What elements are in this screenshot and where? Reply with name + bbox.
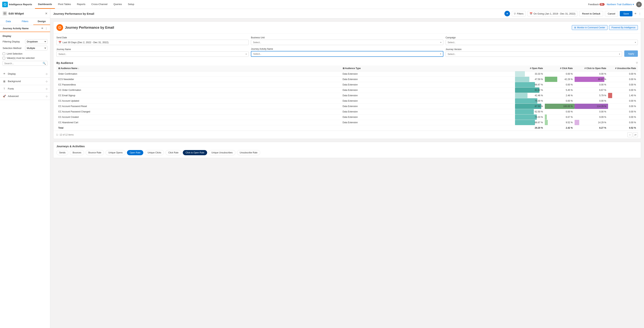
tab-data[interactable]: Data xyxy=(0,18,17,25)
values-must-be-selected-row: Value(s) must be selected xyxy=(2,56,48,60)
filter-icon[interactable]: ▽ xyxy=(636,62,638,64)
apply-button[interactable]: Apply xyxy=(624,50,638,57)
cancel-button[interactable]: Cancel xyxy=(605,11,618,16)
pill-tab-bounce-rate[interactable]: Bounce Rate xyxy=(86,150,104,155)
cell-name: ECS Newsletter xyxy=(56,77,341,82)
tab-design[interactable]: Design xyxy=(33,18,50,25)
powered-by-intelligence-button[interactable]: Powered By Intelligence xyxy=(609,25,638,30)
cell-name: CC Email Signup xyxy=(56,93,341,98)
pagination-buttons: ↔ ⇌ xyxy=(628,132,638,137)
user-avatar[interactable]: U xyxy=(636,2,642,7)
pill-tab-open-rate[interactable]: Open Rate xyxy=(127,150,143,155)
monitor-command-center-button[interactable]: ⊞ Monitor in Command Center xyxy=(572,25,608,30)
cell-click: 0.00 % xyxy=(545,71,574,77)
pill-tab-click-rate[interactable]: Click Rate xyxy=(166,150,181,155)
cell-ctor: 5.79 % xyxy=(574,93,608,98)
widget-title: Journey Performance by Email xyxy=(53,12,502,15)
nav-tab-cross-channel[interactable]: Cross-Channel xyxy=(88,0,110,9)
journey-activity-input[interactable]: Select.. ▾ xyxy=(251,51,443,57)
nav-tab-reports[interactable]: Reports xyxy=(74,0,88,9)
send-date-input[interactable]: 📅 Last 30 Days (Dec 2, 2022 - Dec 31, 20… xyxy=(56,40,249,45)
report-header: Journey Performance by Email ⊞ Monitor i… xyxy=(54,22,641,34)
cell-unsub: 0.00 % xyxy=(608,104,638,109)
advanced-accordion-header[interactable]: 🚀 Advanced ◇ xyxy=(0,92,50,100)
widget-toolbar: Journey Performance by Email + ▽ Filters… xyxy=(50,9,644,18)
cell-click: 0.00 % xyxy=(545,82,574,88)
date-range-button[interactable]: 📅 On Going (Jan 1, 2019 - Dec 31, 2022) xyxy=(528,11,578,16)
cell-open: 42.46 % xyxy=(515,93,545,98)
cell-unsub: 0.00 % xyxy=(608,114,638,120)
cell-type: Data Extension xyxy=(341,109,515,114)
limit-selection-checkbox[interactable] xyxy=(2,52,5,55)
cell-ctor: 14.29 % xyxy=(574,120,608,125)
logo-icon xyxy=(2,2,8,7)
cell-name: CC Abandoned Cart xyxy=(56,120,341,125)
eye-icon[interactable]: 👁 xyxy=(634,12,637,15)
total-label: Total xyxy=(56,125,515,131)
fonts-accordion-header[interactable]: T Fonts ◇ xyxy=(0,85,50,92)
cell-open: 66.67 % xyxy=(515,120,545,125)
chevron-down-icon: ▾ xyxy=(619,53,620,55)
selection-method-label: Selection Method xyxy=(2,47,21,50)
cell-unsub: 1.40 % xyxy=(608,93,638,98)
campaign-input[interactable]: Select.. ▾ xyxy=(446,40,638,45)
more-icon[interactable]: ⋮ xyxy=(45,27,48,30)
table-row: CC Account Updated Data Extension 75.00 … xyxy=(56,98,638,104)
revert-button[interactable]: Revert to Default xyxy=(579,11,603,16)
chevron-right-icon: ◇ xyxy=(46,80,48,83)
background-accordion-header[interactable]: ▦ Background ◇ xyxy=(0,78,50,85)
pill-tab-click-to-open-rate[interactable]: Click to Open Rate xyxy=(183,150,207,155)
close-icon[interactable]: ✕ xyxy=(45,12,48,15)
selection-method-select[interactable]: Multiple xyxy=(25,46,48,50)
search-input[interactable] xyxy=(4,62,42,65)
org-name[interactable]: Northern Trail Outfitters ▾ xyxy=(607,3,634,6)
cell-open: 87.50 % xyxy=(515,104,545,109)
business-unit-input[interactable]: Select.. ▾ xyxy=(251,40,443,45)
nav-tab-setup[interactable]: Setup xyxy=(125,0,137,9)
tab-filters[interactable]: Filters xyxy=(17,18,34,25)
journey-name-input[interactable]: Select.. ▾ xyxy=(56,52,249,57)
nav-right: Feedback 99+ Northern Trail Outfitters ▾… xyxy=(588,2,642,7)
next-page-button[interactable]: ⇌ xyxy=(633,132,638,137)
cell-click: 0.00 % xyxy=(545,109,574,114)
filtering-display-select[interactable]: Dropdown xyxy=(25,39,48,44)
widget-icon xyxy=(2,11,7,16)
journeys-section: Journeys & Activities SendsBouncesBounce… xyxy=(53,142,641,158)
chevron-right-icon: ◇ xyxy=(46,95,48,98)
add-button[interactable]: + xyxy=(504,11,510,16)
pill-tab-unique-unsubscribes[interactable]: Unique Unsubscribes xyxy=(209,150,236,155)
table-row: Order Confirmation Data Extension 33.33 … xyxy=(56,71,638,77)
pill-tab-bounces[interactable]: Bounces xyxy=(70,150,84,155)
pagination-info: 1 - 12 of 12 items xyxy=(56,134,74,136)
cell-type: Data Extension xyxy=(341,77,515,82)
sidebar-tabs: Data Filters Design xyxy=(0,18,50,25)
save-button[interactable]: Save xyxy=(620,11,632,16)
filters-button[interactable]: ▽ Filters xyxy=(512,11,526,16)
journey-version-input[interactable]: Select.. ▾ xyxy=(446,52,622,57)
report-title: Journey Performance by Email xyxy=(65,26,570,30)
nav-tab-queries[interactable]: Queries xyxy=(110,0,125,9)
cell-name: CC Account Updated xyxy=(56,98,341,104)
eye-icon[interactable]: 👁 xyxy=(41,27,44,30)
cell-unsub: 0.00 % xyxy=(608,109,638,114)
display-accordion-header[interactable]: 👁 Display ◇ xyxy=(0,70,50,78)
pill-tab-unique-clicks[interactable]: Unique Clicks xyxy=(145,150,164,155)
feedback-button[interactable]: Feedback 99+ xyxy=(588,3,604,6)
prev-page-button[interactable]: ↔ xyxy=(628,132,632,137)
more-options-icon[interactable]: ⋮ xyxy=(638,12,641,15)
col-audience-type: ⊞ Audience Type xyxy=(341,66,515,71)
pill-tab-sends[interactable]: Sends xyxy=(56,150,68,155)
fonts-accordion: T Fonts ◇ xyxy=(0,85,50,92)
values-must-be-selected-checkbox[interactable] xyxy=(2,57,5,60)
nav-tab-dashboards[interactable]: Dashboards xyxy=(35,0,55,9)
app-logo[interactable]: Intelligence Reports xyxy=(2,2,32,7)
font-icon: T xyxy=(2,87,6,90)
table-row: ECS Newsletter Data Extension 47.59 % 42… xyxy=(56,77,638,82)
total-unsub-rate: 0.52 % xyxy=(608,125,638,131)
pill-tab-unsubscribe-rate[interactable]: Unsubscribe Rate xyxy=(237,150,260,155)
cell-ctor: 0.00 % xyxy=(574,98,608,104)
report-icon xyxy=(56,24,63,31)
pill-tab-unique-opens[interactable]: Unique Opens xyxy=(106,150,126,155)
nav-tab-pivot-tables[interactable]: Pivot Tables xyxy=(55,0,74,9)
sidebar-title: Edit Widget xyxy=(8,12,44,15)
